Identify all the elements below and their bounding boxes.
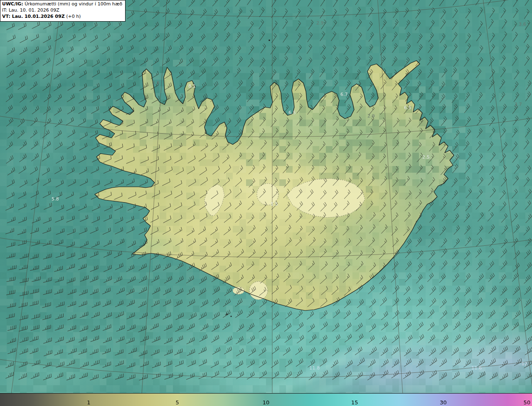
valid-time-line: VT: Lau. 10.01.2026 09Z (+0 h) bbox=[2, 14, 122, 20]
map-variable-title: Úrkomumætti (mm) og vindur í 100m hæð bbox=[25, 1, 122, 7]
colorbar-tick-label: 15 bbox=[351, 399, 358, 406]
colorbar-tick-label: 1 bbox=[87, 399, 90, 406]
model-title-line: UWC/IG: Úrkomumætti (mm) og vindur í 100… bbox=[2, 1, 122, 7]
weather-map-app: 2.93.63.88.16.76.56.52.93.72.55.81.511.8… bbox=[0, 0, 532, 406]
colorbar-tick-label: 50 bbox=[524, 399, 531, 406]
colorbar-tick-label: 10 bbox=[263, 399, 270, 406]
precipitation-colorbar: 1510153050 bbox=[0, 393, 532, 406]
precipitation-wind-map-canvas bbox=[0, 0, 532, 394]
colorbar-tick-labels: 1510153050 bbox=[0, 394, 532, 406]
colorbar-tick-label: 30 bbox=[440, 399, 447, 406]
colorbar-tick-label: 5 bbox=[175, 399, 179, 406]
valid-time-label: VT: Lau. 10.01.2026 09Z bbox=[2, 14, 65, 19]
model-id-label: UWC/IG: bbox=[2, 1, 23, 7]
init-time-line: IT: Lau. 10. 01. 2026 09Z bbox=[2, 7, 122, 14]
valid-offset-label: (+0 h) bbox=[66, 14, 81, 19]
map-info-box: UWC/IG: Úrkomumætti (mm) og vindur í 100… bbox=[0, 0, 126, 22]
